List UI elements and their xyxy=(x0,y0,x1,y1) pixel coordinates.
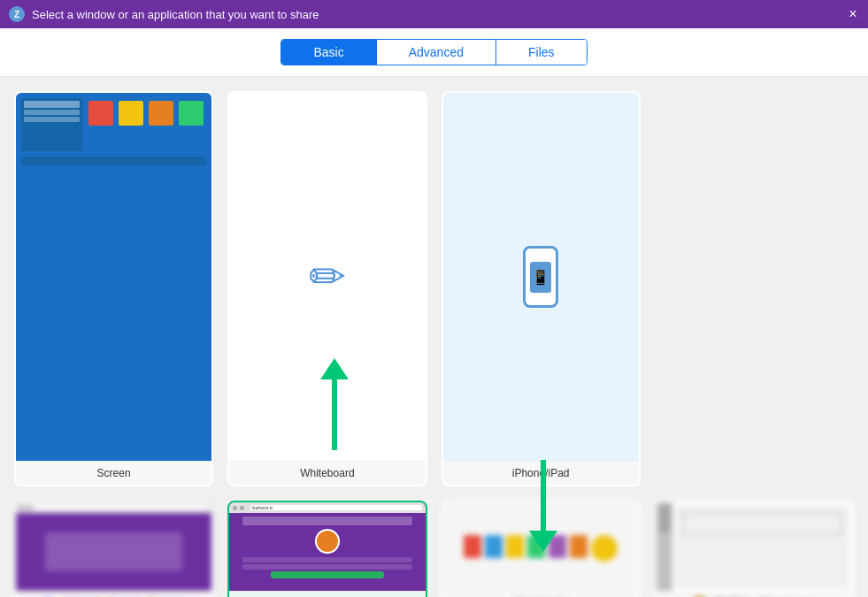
screen-grid-row1: Screen ✏ Whiteboard 📱 iPhone/iPad xyxy=(0,77,868,501)
screen-option-kahoot-small[interactable]: Kahoot! - Google Chrome xyxy=(14,501,213,597)
screen-label-kahoot-selected: Kahoot! - Google Chrome xyxy=(229,591,425,597)
tab-advanced[interactable]: Advanced xyxy=(376,40,495,65)
screen-label-screen: Screen xyxy=(16,461,211,485)
close-button[interactable]: × xyxy=(847,8,859,20)
tab-basic[interactable]: Basic xyxy=(281,40,375,65)
screen-label-downloads: Downloads xyxy=(443,591,639,597)
screen-option-screen[interactable]: Screen xyxy=(14,91,213,486)
screen-preview-iphone: 📱 xyxy=(443,93,639,461)
empty-cell-1 xyxy=(655,91,854,486)
screen-preview-screen xyxy=(16,93,211,461)
tab-group: Basic Advanced Files xyxy=(280,39,587,65)
zoom-icon: Z xyxy=(9,6,25,22)
title-bar: Z Select a window or an application that… xyxy=(0,0,868,28)
arrow-shaft-up-shape xyxy=(332,379,337,450)
screen-label-picpick: PicPick - Classic.png xyxy=(657,591,852,597)
arrow-shaft-down-shape xyxy=(541,460,546,531)
tab-files[interactable]: Files xyxy=(495,40,587,65)
title-bar-text: Select a window or an application that y… xyxy=(32,8,319,21)
screen-grid-row2: Kahoot! - Google Chrome kahoot.it xyxy=(0,501,868,597)
screen-option-picpick[interactable]: PicPick - Classic.png xyxy=(655,501,854,597)
screen-option-kahoot-selected[interactable]: kahoot.it Kahoot! - Google Chrome xyxy=(227,501,426,597)
title-bar-left: Z Select a window or an application that… xyxy=(9,6,319,22)
screen-option-iphone[interactable]: 📱 iPhone/iPad xyxy=(442,91,641,486)
screen-label-whiteboard: Whiteboard xyxy=(229,461,425,485)
arrow-down xyxy=(529,460,557,552)
arrow-head-up-shape xyxy=(320,358,349,379)
screen-label-kahoot-small: Kahoot! - Google Chrome xyxy=(16,591,211,597)
arrow-up xyxy=(320,358,349,450)
tab-bar: Basic Advanced Files xyxy=(0,28,868,77)
arrow-head-down-shape xyxy=(529,531,557,552)
